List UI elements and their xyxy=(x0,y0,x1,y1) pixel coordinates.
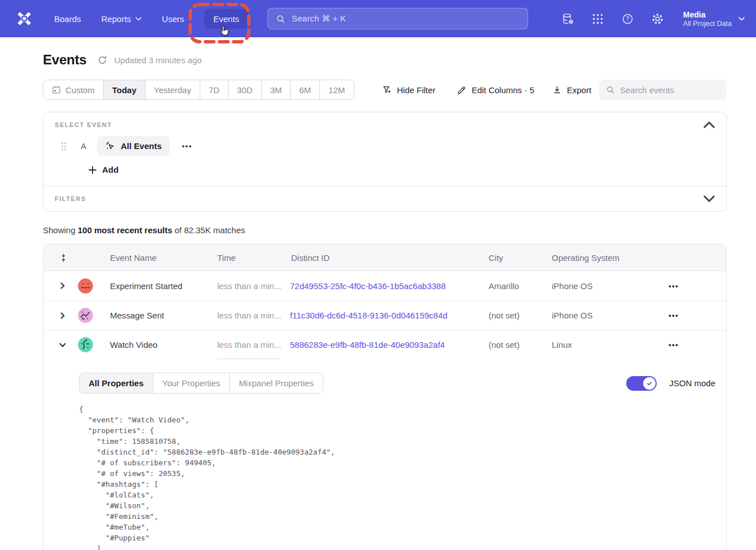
export-button[interactable]: Export xyxy=(552,85,591,95)
table-row[interactable]: Message Sentless than a min...f11c30d6-d… xyxy=(43,300,726,330)
date-range-3m[interactable]: 3M xyxy=(261,80,291,99)
date-range-control: CustomTodayYesterday7D30D3M6M12M xyxy=(43,80,354,100)
table-body: Experiment Startedless than a min...72d4… xyxy=(43,271,726,359)
drag-handle[interactable] xyxy=(60,142,67,151)
select-event-label: SELECT EVENT xyxy=(55,121,112,128)
event-spark-icon xyxy=(105,141,116,151)
event-avatar-icon xyxy=(78,308,93,323)
distinct-id-link[interactable]: 5886283e-e9fb-48fb-81de-40e9093a2af4 xyxy=(290,340,445,350)
json-mode-toggle[interactable] xyxy=(626,376,657,391)
apps-grid-icon[interactable] xyxy=(591,12,604,25)
col-city: City xyxy=(487,253,551,263)
updated-timestamp: Updated 3 minutes ago xyxy=(115,55,202,65)
help-icon[interactable]: ? xyxy=(621,12,634,25)
chevron-down-icon xyxy=(135,17,142,21)
funnel-plus-icon xyxy=(383,85,392,95)
event-avatar-icon xyxy=(78,337,93,352)
plus-icon xyxy=(89,166,96,174)
edit-columns-button[interactable]: Edit Columns · 5 xyxy=(457,85,534,95)
date-range-7d[interactable]: 7D xyxy=(200,80,228,99)
event-json: { "event": "Watch Video", "properties": … xyxy=(79,404,715,550)
event-row-letter: A xyxy=(80,141,87,151)
settings-icon[interactable] xyxy=(651,12,664,25)
calendar-icon xyxy=(52,85,61,94)
cell-os: Linux xyxy=(551,330,660,359)
results-summary: Showing 100 most recent results of 82.35… xyxy=(43,225,727,235)
search-events-box xyxy=(599,80,727,100)
collapse-section-icon[interactable] xyxy=(704,121,715,129)
table-header: Event Name Time Distinct ID City Operati… xyxy=(43,245,726,271)
row-menu-button[interactable]: ••• xyxy=(669,311,679,320)
nav-right-icons: ? Media All Project Data xyxy=(561,10,745,28)
pencil-icon xyxy=(457,85,467,95)
date-range-yesterday[interactable]: Yesterday xyxy=(145,80,200,99)
svg-text:?: ? xyxy=(626,15,629,22)
check-icon xyxy=(646,380,653,387)
row-menu-button[interactable]: ••• xyxy=(669,341,679,349)
cell-event-name: Watch Video xyxy=(109,330,216,359)
date-range-6m[interactable]: 6M xyxy=(290,80,319,99)
top-navbar: BoardsReportsUsersEvents Search ⌘ + K ? … xyxy=(0,0,756,37)
cell-event-name: Experiment Started xyxy=(109,271,216,300)
col-distinct-id: Distinct ID xyxy=(290,253,487,263)
cell-city: (not set) xyxy=(487,330,551,359)
refresh-icon[interactable] xyxy=(98,55,107,65)
project-subtitle: All Project Data xyxy=(683,20,732,28)
nav-item-users[interactable]: Users xyxy=(162,14,184,24)
filters-label: FILTERS xyxy=(55,195,86,202)
add-event-button[interactable]: Add xyxy=(89,165,118,174)
project-switcher[interactable]: Media All Project Data xyxy=(683,10,745,28)
tab-all-properties[interactable]: All Properties xyxy=(80,373,153,393)
nav-item-reports[interactable]: Reports xyxy=(102,14,142,24)
nav-item-events[interactable]: Events xyxy=(204,9,248,29)
json-mode-label: JSON mode xyxy=(669,378,715,388)
cell-time: less than a min... xyxy=(216,330,290,359)
distinct-id-link[interactable]: f11c30d6-dc6d-4518-9136-0d046159c84d xyxy=(290,311,447,320)
chevron-down-icon xyxy=(739,17,745,21)
event-avatar-icon xyxy=(78,278,93,294)
date-range-today[interactable]: Today xyxy=(103,80,145,99)
chevron-right-icon xyxy=(59,282,66,289)
search-icon xyxy=(276,14,285,24)
search-events-input[interactable] xyxy=(620,85,720,95)
chevron-right-icon xyxy=(59,312,66,319)
col-time: Time xyxy=(216,253,290,263)
hide-filter-button[interactable]: Hide Filter xyxy=(383,85,436,95)
date-range-30d[interactable]: 30D xyxy=(228,80,261,99)
date-range-custom[interactable]: Custom xyxy=(43,80,103,99)
table-row[interactable]: Experiment Startedless than a min...72d4… xyxy=(43,271,726,300)
properties-tabs: All PropertiesYour PropertiesMixpanel Pr… xyxy=(79,373,323,394)
date-range-12m[interactable]: 12M xyxy=(319,80,353,99)
cell-city: Amarillo xyxy=(487,271,551,300)
event-selector-label: All Events xyxy=(121,141,162,151)
global-search-placeholder: Search ⌘ + K xyxy=(292,14,346,24)
collapse-all-icon[interactable] xyxy=(59,253,68,263)
nav-items: BoardsReportsUsersEvents xyxy=(54,9,248,29)
distinct-id-link[interactable]: 72d49553-25fc-4f0c-b436-1b5ac6ab3388 xyxy=(290,281,446,291)
cell-time: less than a min... xyxy=(216,271,290,300)
tab-mixpanel-properties[interactable]: Mixpanel Properties xyxy=(229,373,323,393)
mixpanel-logo-icon[interactable] xyxy=(15,9,34,28)
query-builder-card: SELECT EVENT A All Events xyxy=(43,112,727,212)
nav-item-boards[interactable]: Boards xyxy=(54,14,81,24)
table-row[interactable]: Watch Videoless than a min...5886283e-e9… xyxy=(43,330,726,359)
project-name: Media xyxy=(683,10,732,20)
row-menu-button[interactable]: ••• xyxy=(669,282,679,290)
event-detail-panel: All PropertiesYour PropertiesMixpanel Pr… xyxy=(43,359,726,550)
col-event-name: Event Name xyxy=(109,253,216,263)
download-icon xyxy=(552,85,562,95)
data-management-icon[interactable] xyxy=(561,12,574,25)
event-more-button[interactable]: ••• xyxy=(182,142,192,150)
toggle-knob xyxy=(643,377,656,390)
search-icon xyxy=(606,85,615,94)
cell-city: (not set) xyxy=(487,301,551,330)
page-title: Events xyxy=(43,52,87,68)
col-os: Operating System xyxy=(551,253,660,263)
chevron-down-icon xyxy=(59,342,66,348)
expand-filters-icon[interactable] xyxy=(704,195,715,203)
events-table: Event Name Time Distinct ID City Operati… xyxy=(43,244,727,550)
global-search-input[interactable]: Search ⌘ + K xyxy=(267,8,528,29)
event-selector-button[interactable]: All Events xyxy=(97,136,170,156)
cell-time: less than a min... xyxy=(216,301,290,330)
tab-your-properties[interactable]: Your Properties xyxy=(153,373,230,393)
